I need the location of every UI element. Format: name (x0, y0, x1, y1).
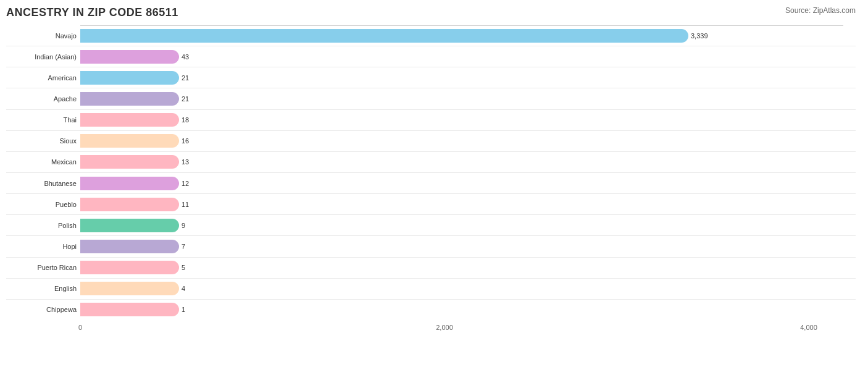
bar-row: Mexican13 (6, 152, 856, 173)
bar-fill: 43 (80, 50, 179, 64)
bar-row: Polish9 (6, 215, 856, 236)
bar-value: 4 (182, 285, 185, 292)
bar-track: 16 (80, 134, 856, 148)
bar-fill: 4 (80, 282, 179, 295)
x-axis-tick: 4,000 (800, 324, 817, 331)
bar-value: 21 (182, 95, 189, 103)
x-axis-tick: 2,000 (436, 324, 453, 331)
bar-row: Puerto Rican5 (6, 258, 856, 279)
bar-track: 13 (80, 155, 856, 169)
bar-track: 3,339 (80, 29, 856, 43)
bar-label: Navajo (6, 32, 80, 40)
bar-track: 4 (80, 282, 856, 295)
bar-label: Pueblo (6, 201, 80, 208)
bar-value: 13 (182, 158, 189, 166)
bar-value: 5 (182, 264, 185, 271)
bar-label: Chippewa (6, 306, 80, 313)
bar-fill: 3,339 (80, 29, 688, 43)
bar-fill: 5 (80, 261, 179, 274)
bar-label: Apache (6, 95, 80, 103)
bar-fill: 11 (80, 198, 179, 211)
source-label: Source: ZipAtlas.com (785, 6, 856, 15)
bar-fill: 12 (80, 177, 179, 190)
bar-fill: 9 (80, 219, 179, 232)
bar-value: 11 (182, 201, 189, 208)
bar-track: 5 (80, 261, 856, 274)
bar-label: Thai (6, 116, 80, 124)
bar-track: 21 (80, 92, 856, 106)
bar-row: American21 (6, 67, 856, 88)
bar-track: 7 (80, 240, 856, 253)
bar-label: American (6, 74, 80, 82)
bar-row: Apache21 (6, 88, 856, 109)
bar-track: 18 (80, 113, 856, 127)
bar-fill: 13 (80, 155, 179, 169)
bar-row: Hopi7 (6, 236, 856, 257)
bar-label: English (6, 285, 80, 292)
bar-label: Polish (6, 222, 80, 229)
bar-row: English4 (6, 279, 856, 300)
bar-value: 7 (182, 243, 185, 250)
bar-row: Chippewa1 (6, 300, 856, 320)
bar-value: 1 (182, 306, 185, 313)
bar-row: Indian (Asian)43 (6, 46, 856, 67)
bar-value: 3,339 (691, 32, 708, 40)
x-axis-line (80, 25, 843, 26)
x-axis-tick: 0 (78, 324, 82, 331)
chart-title: ANCESTRY IN ZIP CODE 86511 (6, 6, 856, 19)
bar-track: 12 (80, 177, 856, 190)
bar-value: 16 (182, 137, 189, 145)
bar-label: Sioux (6, 137, 80, 145)
bar-row: Bhutanese12 (6, 173, 856, 194)
bars-section: Navajo3,339Indian (Asian)43American21Apa… (6, 25, 856, 320)
bar-fill: 21 (80, 92, 179, 106)
chart-container: ANCESTRY IN ZIP CODE 86511 Source: ZipAt… (0, 0, 868, 375)
bar-fill: 16 (80, 134, 179, 148)
bar-label: Mexican (6, 158, 80, 166)
bar-value: 43 (182, 53, 189, 61)
bar-row: Navajo3,339 (6, 25, 856, 46)
bar-row: Pueblo11 (6, 194, 856, 215)
bar-track: 11 (80, 198, 856, 211)
bar-track: 9 (80, 219, 856, 232)
bar-row: Thai18 (6, 110, 856, 131)
bar-fill: 7 (80, 240, 179, 253)
bar-value: 12 (182, 180, 189, 187)
bar-label: Puerto Rican (6, 264, 80, 271)
bar-fill: 1 (80, 303, 179, 316)
bar-label: Indian (Asian) (6, 53, 80, 61)
bar-track: 21 (80, 71, 856, 85)
chart-area: Navajo3,339Indian (Asian)43American21Apa… (6, 25, 856, 339)
bar-row: Sioux16 (6, 131, 856, 152)
bar-value: 9 (182, 222, 185, 229)
bar-value: 18 (182, 116, 189, 124)
bar-fill: 21 (80, 71, 179, 85)
x-axis: 02,0004,000 (80, 320, 856, 339)
bar-track: 1 (80, 303, 856, 316)
bar-label: Bhutanese (6, 180, 80, 187)
bar-value: 21 (182, 74, 189, 82)
bar-fill: 18 (80, 113, 179, 127)
bar-label: Hopi (6, 243, 80, 250)
bar-track: 43 (80, 50, 856, 64)
